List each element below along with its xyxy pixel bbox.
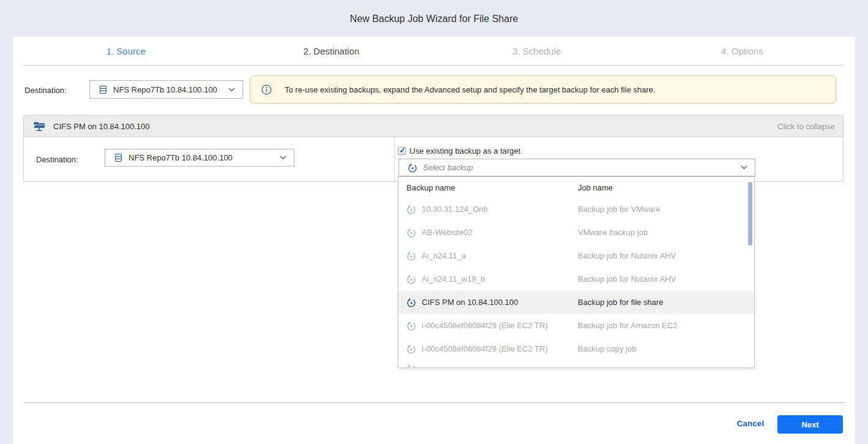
info-icon <box>261 84 272 96</box>
step-source[interactable]: 1. Source <box>23 37 229 65</box>
file-share-title: CIFS PM on 10.84.100.100 <box>53 122 150 131</box>
step-destination-label: 2. Destination <box>303 46 359 56</box>
share-destination-select-value: NFS Repo7Tb 10.84.100.100 <box>129 153 233 162</box>
job-name: Backup job for file share <box>578 298 663 307</box>
column-job-name: Job name <box>578 183 613 192</box>
job-name: Backup job for Nutanix AHV <box>578 251 676 260</box>
section-divider <box>394 139 395 179</box>
backup-icon <box>406 204 417 215</box>
destination-select[interactable]: NFS Repo7Tb 10.84.100.100 <box>89 80 243 99</box>
step-schedule[interactable]: 3. Schedule <box>434 37 640 65</box>
share-destination-select[interactable]: NFS Repo7Tb 10.84.100.100 <box>105 149 294 167</box>
backup-select-combo[interactable]: Select backup <box>398 159 755 176</box>
step-destination[interactable]: 2. Destination <box>229 37 435 65</box>
backup-row[interactable]: AB-Website02 VMware backup job <box>398 221 754 244</box>
repository-icon <box>113 152 124 163</box>
column-backup-name: Backup name <box>406 183 455 192</box>
backup-name: i-00c4508ef06084f29 (Elie EC2 TR) <box>422 321 548 330</box>
use-existing-backup-checkbox[interactable] <box>398 147 406 155</box>
backup-icon <box>406 297 417 308</box>
dropdown-header: Backup name Job name <box>398 177 754 198</box>
destination-select-value: NFS Repo7Tb 10.84.100.100 <box>113 85 217 94</box>
backup-icon <box>407 162 418 173</box>
backup-select-placeholder: Select backup <box>423 163 473 172</box>
cancel-button[interactable]: Cancel <box>729 419 772 428</box>
wizard-steps: 1. Source 2. Destination 3. Schedule 4. … <box>23 37 845 66</box>
use-existing-backup-label: Use existing backup as a target <box>410 146 520 156</box>
backup-row[interactable]: i-00c4508ef06084f29 (Elie EC2 TR) Backup… <box>398 314 754 337</box>
share-destination-label: Destination: <box>36 155 78 164</box>
step-options[interactable]: 4. Options <box>640 37 845 65</box>
info-banner: To re-use existing backups, expand the A… <box>250 75 836 103</box>
step-source-label: 1. Source <box>107 46 146 56</box>
job-name: Backup job for Amazon EC2 <box>578 321 678 330</box>
backup-row[interactable]: CIFS PM on 10.84.100.100 Backup job for … <box>398 291 754 314</box>
info-message: To re-use existing backups, expand the A… <box>285 85 656 94</box>
next-button[interactable]: Next <box>777 415 843 434</box>
collapse-hint: Click to collapse <box>777 122 835 131</box>
job-name: Backup copy job <box>578 344 636 353</box>
job-name: Backup job for Nutanix AHV <box>578 274 676 284</box>
file-share-settings: Destination: NFS Repo7Tb 10.84.100.100 U… <box>23 137 844 182</box>
use-existing-backup-row: Use existing backup as a target <box>398 146 520 156</box>
page-title: New Backup Job Wizard for File Share <box>0 13 868 24</box>
chevron-down-icon <box>280 156 286 160</box>
step-schedule-label: 3. Schedule <box>512 46 561 56</box>
backup-icon <box>406 320 417 331</box>
job-name: VMware backup job <box>578 228 648 237</box>
job-name: Backup job for VMware <box>578 205 660 214</box>
backup-name: Ai_n24.11_a <box>422 251 466 260</box>
backup-name: i-00c4508ef06084f29 (Elie EC2 TR) <box>422 344 548 353</box>
footer-divider <box>23 402 845 403</box>
backup-icon <box>406 274 417 285</box>
backup-name: CIFS PM on 10.84.100.100 <box>422 298 518 307</box>
dropdown-scrollbar-thumb[interactable] <box>748 182 752 246</box>
backup-name: AB-Website02 <box>422 228 473 237</box>
file-share-header[interactable]: CIFS PM on 10.84.100.100 Click to collap… <box>23 115 844 137</box>
destination-label: Destination: <box>24 86 67 95</box>
backup-name: Ai_n24.11_w19_b <box>422 274 485 284</box>
backup-row[interactable]: Ai_n24.11_a Backup job for Nutanix AHV <box>398 244 754 268</box>
step-options-label: 4. Options <box>721 46 763 56</box>
repository-icon <box>98 85 108 95</box>
backup-icon <box>406 250 417 262</box>
backup-row-partial[interactable] <box>406 363 417 368</box>
file-share-icon <box>32 119 46 133</box>
backup-icon <box>406 227 417 238</box>
backup-row[interactable]: 10.30.31.124_Onb Backup job for VMware <box>398 198 754 221</box>
chevron-down-icon <box>228 88 235 92</box>
backup-dropdown-list: 10.30.31.124_Onb Backup job for VMware A… <box>398 198 754 361</box>
backup-row[interactable]: i-00c4508ef06084f29 (Elie EC2 TR) Backup… <box>398 337 754 361</box>
backup-icon <box>406 344 417 355</box>
backup-row[interactable]: Ai_n24.11_w19_b Backup job for Nutanix A… <box>398 268 754 291</box>
backup-name: 10.30.31.124_Onb <box>422 205 488 214</box>
backup-dropdown-panel: Backup name Job name 10.30.31.124_Onb Ba… <box>398 176 755 368</box>
wizard-panel: 1. Source 2. Destination 3. Schedule 4. … <box>13 37 855 444</box>
chevron-down-icon <box>741 165 747 170</box>
